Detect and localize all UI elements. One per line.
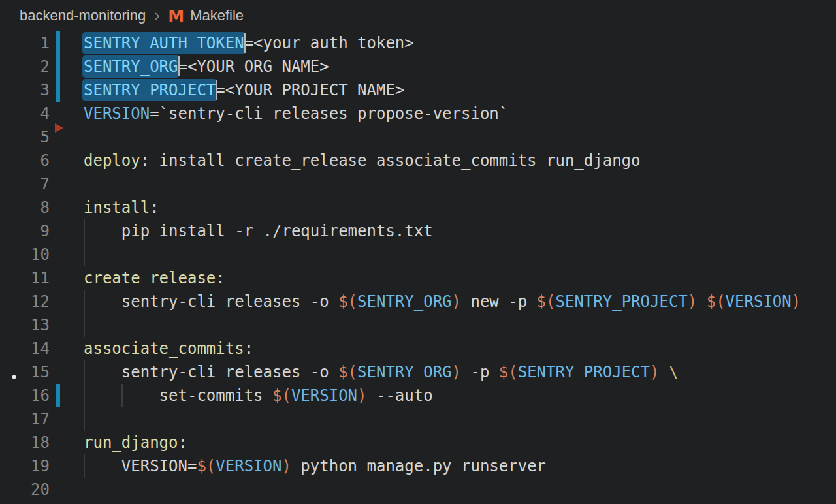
code-token: deploy	[84, 151, 140, 170]
code-text: set-commits $(VERSION) --auto	[84, 384, 433, 407]
line-number[interactable]: 8	[0, 196, 50, 219]
code-token: )	[452, 292, 461, 311]
code-token: $(	[197, 457, 216, 475]
code-line[interactable]: 1SENTRY_AUTH_TOKEN=<your_auth_token>	[0, 31, 836, 55]
line-number[interactable]: 13	[0, 313, 50, 337]
code-token: SENTRY_ORG	[357, 363, 452, 381]
line-number[interactable]: 6	[0, 149, 50, 172]
code-line[interactable]: 15 sentry-cli releases -o $(SENTRY_ORG) …	[0, 360, 836, 384]
code-token: SENTRY_ORG	[357, 292, 452, 311]
line-number[interactable]: 10	[0, 243, 50, 266]
code-token: =<your_auth_token>	[244, 34, 414, 52]
line-number[interactable]: 4	[0, 102, 50, 125]
code-line[interactable]: 5	[0, 125, 836, 149]
code-token: create_release	[84, 269, 216, 287]
code-token: VERSION	[726, 292, 792, 311]
line-number[interactable]: 9	[0, 219, 50, 243]
code-token: =<YOUR PROJECT NAME>	[216, 81, 404, 99]
text-cursor	[216, 80, 217, 100]
code-token: new -p	[461, 292, 537, 311]
code-token: =`sentry-cli releases propose-version`	[150, 104, 508, 123]
code-token: )	[792, 292, 801, 311]
line-number[interactable]: 2	[0, 55, 50, 78]
code-line[interactable]: 10	[0, 243, 836, 266]
code-line[interactable]: 2SENTRY_ORG=<YOUR ORG NAME>	[0, 55, 836, 78]
code-token: set-commits	[84, 386, 272, 405]
line-number[interactable]: 16	[0, 384, 50, 407]
line-number[interactable]: 18	[0, 431, 50, 454]
line-number[interactable]: 20	[0, 478, 50, 501]
line-number[interactable]: 15	[0, 360, 50, 384]
code-token: =<YOUR ORG NAME>	[178, 57, 329, 76]
code-token: : install create_release associate_commi…	[140, 151, 641, 170]
code-token: associate_commits	[84, 339, 244, 358]
code-line[interactable]: 4VERSION=`sentry-cli releases propose-ve…	[0, 102, 836, 125]
code-text: VERSION=$(VERSION) python manage.py runs…	[84, 454, 546, 478]
selected-token: SENTRY_ORG	[82, 55, 180, 78]
code-text: associate_commits:	[84, 337, 253, 360]
code-token: --auto	[367, 386, 433, 405]
code-line[interactable]: 8install:	[0, 196, 836, 219]
code-line[interactable]: 19 VERSION=$(VERSION) python manage.py r…	[0, 454, 836, 478]
code-text: run_django:	[84, 431, 187, 454]
code-token: )	[357, 386, 366, 405]
code-text: sentry-cli releases -o $(SENTRY_ORG) new…	[84, 290, 801, 313]
code-token	[659, 363, 668, 381]
code-token: VERSION	[216, 457, 281, 475]
line-number[interactable]: 11	[0, 266, 50, 290]
code-token: -p	[461, 363, 499, 381]
code-text: SENTRY_PROJECT=<YOUR PROJECT NAME>	[84, 78, 404, 102]
code-line[interactable]: 14associate_commits:	[0, 337, 836, 360]
code-line[interactable]: 17	[0, 407, 836, 431]
code-token: )	[452, 363, 461, 381]
code-text: create_release:	[84, 266, 225, 290]
code-line[interactable]: 6deploy: install create_release associat…	[0, 149, 836, 172]
breadcrumb-file-label: Makefile	[190, 7, 244, 24]
breadcrumb-folder[interactable]: backend-monitoring	[20, 7, 146, 24]
code-line[interactable]: 12 sentry-cli releases -o $(SENTRY_ORG) …	[0, 290, 836, 313]
line-number[interactable]: 14	[0, 337, 50, 360]
code-line[interactable]: 20	[0, 478, 836, 501]
code-line[interactable]: 13	[0, 313, 836, 337]
code-line[interactable]: 18run_django:	[0, 431, 836, 454]
code-token: SENTRY_PROJECT	[518, 363, 650, 381]
code-token: $(	[272, 386, 291, 405]
makefile-icon: M	[168, 8, 184, 24]
code-line[interactable]: 9 pip install -r ./requirements.txt	[0, 219, 836, 243]
code-lines: 1SENTRY_AUTH_TOKEN=<your_auth_token>2SEN…	[0, 31, 836, 501]
code-token: VERSION	[291, 386, 357, 405]
indent-guide	[84, 407, 85, 431]
code-token: :	[178, 433, 187, 452]
code-text: deploy: install create_release associate…	[84, 149, 641, 172]
code-token: install	[84, 198, 150, 217]
code-token: run_django	[84, 433, 178, 452]
code-token: SENTRY_PROJECT	[556, 292, 688, 311]
stray-dot	[12, 375, 16, 379]
code-token: pip install -r ./requirements.txt	[84, 222, 433, 240]
line-number[interactable]: 5	[0, 125, 50, 149]
line-number[interactable]: 12	[0, 290, 50, 313]
code-token: VERSION=	[84, 457, 197, 475]
breadcrumb: backend-monitoring M Makefile	[0, 0, 836, 31]
code-line[interactable]: 3SENTRY_PROJECT=<YOUR PROJECT NAME>	[0, 78, 836, 102]
code-token: python manage.py runserver	[291, 457, 546, 475]
code-text: SENTRY_ORG=<YOUR ORG NAME>	[84, 55, 329, 78]
line-number[interactable]: 7	[0, 172, 50, 196]
code-text: pip install -r ./requirements.txt	[84, 219, 433, 243]
code-line[interactable]: 11create_release:	[0, 266, 836, 290]
code-token: $(	[499, 363, 518, 381]
code-token: $(	[338, 363, 357, 381]
error-marker-icon	[55, 123, 63, 133]
code-line[interactable]: 7	[0, 172, 836, 196]
selected-token: SENTRY_PROJECT	[82, 79, 217, 101]
line-number[interactable]: 17	[0, 407, 50, 431]
line-number[interactable]: 1	[0, 31, 50, 55]
line-number[interactable]: 19	[0, 454, 50, 478]
code-token: :	[216, 269, 225, 287]
line-number[interactable]: 3	[0, 78, 50, 102]
breadcrumb-file[interactable]: M Makefile	[168, 7, 244, 24]
code-editor-window: backend-monitoring M Makefile 1SENTRY_AU…	[0, 0, 836, 504]
indent-guide	[84, 313, 85, 337]
code-line[interactable]: 16 set-commits $(VERSION) --auto	[0, 384, 836, 407]
code-text: install:	[84, 196, 159, 219]
